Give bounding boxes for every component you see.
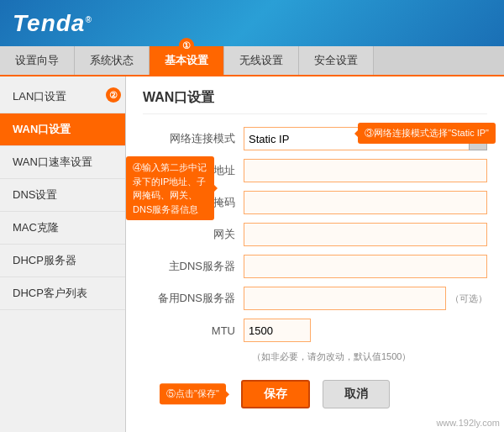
tab-security-settings[interactable]: 安全设置 bbox=[299, 46, 374, 75]
sidebar-item-dns[interactable]: DNS设置 bbox=[0, 179, 125, 212]
content-area: WAN口设置 ③网络连接模式选择"Static IP" ④输入第二步中记录下的I… bbox=[126, 76, 504, 432]
sidebar-item-lan[interactable]: LAN口设置 bbox=[0, 81, 125, 113]
mtu-note: （如非必要，请勿改动，默认值1500） bbox=[252, 350, 487, 363]
annotation-3-box: ③网络连接模式选择"Static IP" bbox=[358, 123, 496, 144]
gateway-label: 网关 bbox=[143, 227, 244, 242]
gateway-row: 网关 bbox=[143, 223, 487, 246]
nav-tabs: 设置向导 系统状态 基本设置 ① 无线设置 安全设置 bbox=[0, 46, 504, 76]
mtu-label: MTU bbox=[143, 324, 244, 337]
annotation-1-circle: ① bbox=[179, 38, 194, 53]
primary-dns-input[interactable] bbox=[244, 255, 487, 278]
page-title: WAN口设置 bbox=[143, 89, 487, 114]
tab-setup-wizard[interactable]: 设置向导 bbox=[0, 46, 75, 75]
primary-dns-label: 主DNS服务器 bbox=[143, 259, 244, 274]
mtu-input[interactable] bbox=[244, 319, 311, 342]
sidebar-item-dhcp-client[interactable]: DHCP客户列表 bbox=[0, 277, 125, 310]
backup-dns-note: （可选） bbox=[450, 292, 487, 305]
primary-dns-row: 主DNS服务器 bbox=[143, 255, 487, 278]
annotation-4-box: ④输入第二步中记录下的IP地址、子网掩码、网关、DNS服务器信息 bbox=[126, 156, 214, 220]
logo: Tenda® bbox=[13, 10, 92, 37]
backup-dns-label: 备用DNS服务器 bbox=[143, 291, 244, 306]
tab-system-status[interactable]: 系统状态 bbox=[75, 46, 150, 75]
connection-mode-label: 网络连接模式 bbox=[143, 131, 244, 146]
sidebar: ② LAN口设置 WAN口设置 WAN口速率设置 DNS设置 MAC克隆 DHC… bbox=[0, 76, 126, 432]
annotation-5-box: ⑤点击"保存" bbox=[160, 383, 226, 404]
tab-basic-settings[interactable]: 基本设置 ① bbox=[150, 46, 224, 75]
button-row: ⑤点击"保存" 保存 取消 bbox=[143, 380, 487, 408]
save-button[interactable]: 保存 bbox=[241, 380, 310, 408]
backup-dns-row: 备用DNS服务器 （可选） bbox=[143, 287, 487, 310]
watermark: www.192ly.com bbox=[436, 418, 500, 428]
subnet-input[interactable] bbox=[244, 191, 487, 214]
sidebar-item-mac[interactable]: MAC克隆 bbox=[0, 212, 125, 245]
ip-input[interactable] bbox=[244, 159, 487, 182]
header: Tenda® bbox=[0, 0, 504, 46]
gateway-input[interactable] bbox=[244, 223, 487, 246]
backup-dns-input[interactable] bbox=[244, 287, 446, 310]
cancel-button[interactable]: 取消 bbox=[323, 380, 390, 408]
mtu-row: MTU bbox=[143, 319, 487, 342]
tab-wireless-settings[interactable]: 无线设置 bbox=[224, 46, 299, 75]
main-layout: ② LAN口设置 WAN口设置 WAN口速率设置 DNS设置 MAC克隆 DHC… bbox=[0, 76, 504, 432]
sidebar-item-dhcp-server[interactable]: DHCP服务器 bbox=[0, 245, 125, 277]
sidebar-item-wan-speed[interactable]: WAN口速率设置 bbox=[0, 146, 125, 179]
sidebar-item-wan[interactable]: WAN口设置 bbox=[0, 113, 125, 146]
